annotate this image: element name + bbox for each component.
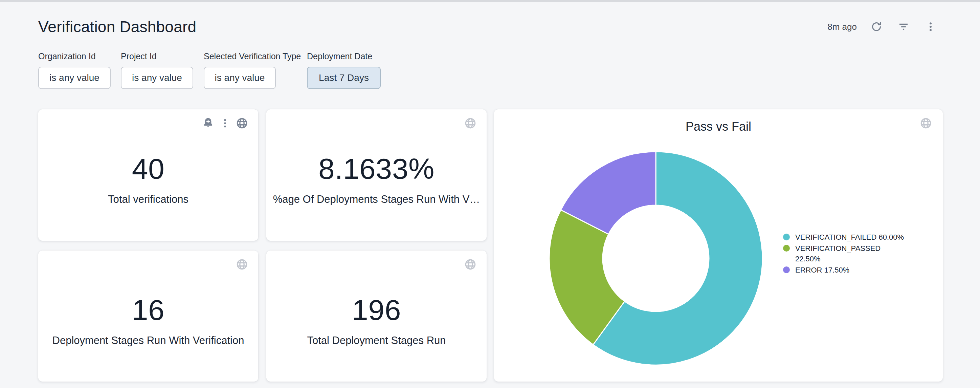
kebab-menu-icon[interactable]: [923, 19, 938, 34]
globe-icon[interactable]: [463, 116, 478, 131]
globe-icon[interactable]: [234, 116, 250, 131]
legend-label: ERROR 17.50%: [795, 265, 907, 275]
filter-organization-id: Organization Id is any value: [38, 51, 111, 89]
filter-value-button[interactable]: is any value: [121, 67, 193, 89]
tile-total-stages-run: 196 Total Deployment Stages Run: [266, 251, 487, 382]
refresh-icon[interactable]: [869, 19, 884, 34]
filter-verification-type: Selected Verification Type is any value: [204, 51, 301, 89]
page-title: Verification Dashboard: [38, 18, 196, 36]
tile-value: 8.1633%: [266, 148, 487, 189]
legend-item[interactable]: ERROR 17.50%: [783, 265, 907, 275]
tile-value: 196: [266, 289, 487, 330]
tile-label: Total Deployment Stages Run: [266, 335, 487, 347]
filter-icon[interactable]: [896, 19, 911, 34]
tile-total-verifications: 40 Total verifications: [38, 109, 258, 241]
tile-pct-stages-with-verification: 8.1633% %age Of Deployments Stages Run W…: [266, 109, 487, 241]
legend-dot: [783, 234, 790, 240]
tile-label: %age Of Deployments Stages Run With V…: [266, 193, 487, 206]
globe-icon[interactable]: [463, 257, 478, 272]
filter-label: Deployment Date: [307, 51, 381, 61]
tile-label: Total verifications: [38, 193, 258, 206]
filter-deployment-date: Deployment Date Last 7 Days: [307, 51, 381, 89]
legend-label: VERIFICATION_PASSED 22.50%: [795, 243, 907, 264]
chart-legend: VERIFICATION_FAILED 60.00% VERIFICATION_…: [783, 232, 907, 275]
filter-value-button[interactable]: is any value: [38, 67, 111, 89]
pass-vs-fail-card: Pass vs Fail VERIFICATION_FAILED 60.00% …: [494, 109, 943, 382]
kebab-menu-icon[interactable]: [218, 116, 232, 131]
legend-item[interactable]: VERIFICATION_FAILED 60.00%: [783, 232, 907, 243]
globe-icon[interactable]: [234, 257, 250, 272]
legend-item[interactable]: VERIFICATION_PASSED 22.50%: [783, 243, 907, 264]
verification-dashboard: Verification Dashboard 8m ago Organizati…: [0, 0, 980, 388]
alert-bell-plus-icon[interactable]: [200, 116, 216, 131]
legend-label: VERIFICATION_FAILED 60.00%: [795, 232, 907, 243]
filter-value-button[interactable]: Last 7 Days: [307, 67, 381, 89]
last-refresh-text: 8m ago: [827, 22, 857, 32]
header-controls: 8m ago: [827, 19, 938, 34]
tile-value: 40: [38, 148, 258, 189]
top-divider: [0, 0, 980, 2]
tile-label: Deployment Stages Run With Verification: [38, 335, 258, 347]
filter-label: Selected Verification Type: [204, 51, 301, 61]
filter-value-button[interactable]: is any value: [204, 67, 276, 89]
filter-project-id: Project Id is any value: [121, 51, 193, 89]
tile-stages-run-with-verification: 16 Deployment Stages Run With Verificati…: [38, 251, 258, 382]
filter-label: Project Id: [121, 51, 193, 61]
legend-dot: [783, 267, 790, 273]
legend-dot: [783, 245, 790, 252]
filter-label: Organization Id: [38, 51, 111, 61]
tile-value: 16: [38, 289, 258, 330]
